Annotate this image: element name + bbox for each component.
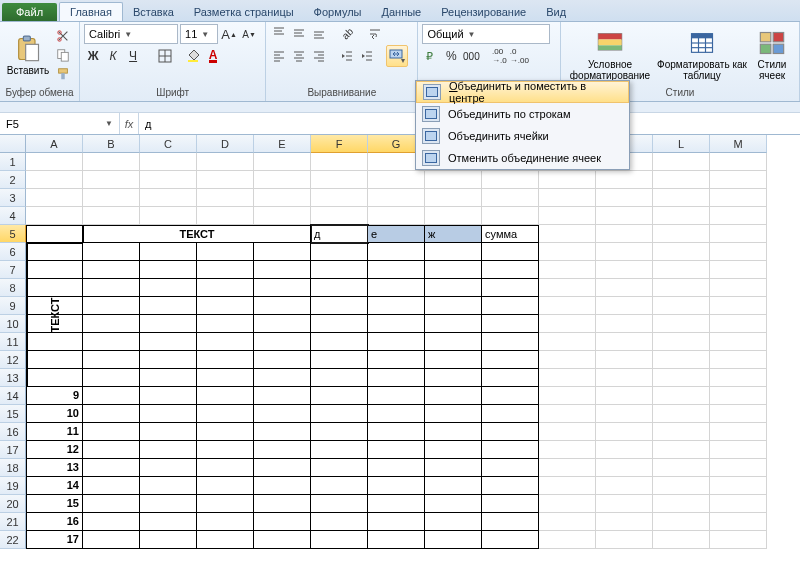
cell[interactable] <box>425 279 482 297</box>
cell[interactable] <box>311 369 368 387</box>
cell[interactable] <box>197 279 254 297</box>
cell[interactable] <box>254 153 311 171</box>
cell[interactable] <box>368 189 425 207</box>
cell[interactable] <box>140 297 197 315</box>
cell[interactable] <box>425 315 482 333</box>
cell[interactable] <box>83 387 140 405</box>
row-header[interactable]: 2 <box>0 171 26 189</box>
cell[interactable] <box>311 333 368 351</box>
cell[interactable] <box>197 153 254 171</box>
row-header[interactable]: 6 <box>0 243 26 261</box>
currency-button[interactable]: ₽ <box>422 47 440 65</box>
row-header[interactable]: 4 <box>0 207 26 225</box>
cell-styles-button[interactable]: Стили ячеек <box>749 25 795 85</box>
cell[interactable] <box>482 423 539 441</box>
cell[interactable] <box>311 243 368 261</box>
underline-button[interactable]: Ч <box>124 47 142 65</box>
cell[interactable] <box>482 459 539 477</box>
merge-across-item[interactable]: Объединить по строкам <box>416 103 629 125</box>
cell[interactable] <box>140 369 197 387</box>
cell[interactable] <box>539 477 596 495</box>
cell[interactable] <box>653 531 710 549</box>
cell[interactable] <box>197 441 254 459</box>
cell[interactable] <box>368 477 425 495</box>
cell[interactable] <box>140 513 197 531</box>
cell[interactable] <box>596 297 653 315</box>
cell[interactable] <box>482 441 539 459</box>
cell[interactable] <box>425 297 482 315</box>
cell[interactable] <box>425 477 482 495</box>
row-header[interactable]: 3 <box>0 189 26 207</box>
cell[interactable] <box>311 387 368 405</box>
cell[interactable] <box>311 297 368 315</box>
cell[interactable] <box>368 333 425 351</box>
cell[interactable] <box>140 477 197 495</box>
cell[interactable] <box>140 405 197 423</box>
cell[interactable]: 15 <box>26 495 83 513</box>
cell[interactable] <box>140 243 197 261</box>
cell[interactable] <box>710 207 767 225</box>
cell[interactable] <box>710 315 767 333</box>
merged-cell-text-horizontal[interactable]: ТЕКСТ <box>83 225 311 243</box>
borders-button[interactable] <box>156 47 174 65</box>
cell[interactable] <box>596 207 653 225</box>
cell[interactable] <box>425 189 482 207</box>
col-header[interactable]: B <box>83 135 140 153</box>
cell[interactable] <box>539 279 596 297</box>
decrease-decimal-button[interactable]: .0→.00 <box>510 47 528 65</box>
cell[interactable] <box>653 297 710 315</box>
cell[interactable] <box>539 189 596 207</box>
cell[interactable] <box>425 423 482 441</box>
cell[interactable] <box>197 387 254 405</box>
cell[interactable] <box>425 405 482 423</box>
cell[interactable] <box>596 513 653 531</box>
paste-button[interactable]: Вставить <box>4 25 52 85</box>
cell[interactable] <box>596 441 653 459</box>
cell[interactable] <box>368 441 425 459</box>
cell[interactable] <box>482 261 539 279</box>
cell[interactable] <box>311 459 368 477</box>
cell[interactable] <box>596 189 653 207</box>
cell[interactable] <box>653 207 710 225</box>
cell[interactable] <box>653 171 710 189</box>
cell[interactable] <box>596 423 653 441</box>
row-header[interactable]: 20 <box>0 495 26 513</box>
cell[interactable] <box>140 387 197 405</box>
cell[interactable]: 12 <box>26 441 83 459</box>
cell[interactable] <box>197 513 254 531</box>
cell[interactable] <box>539 513 596 531</box>
cell[interactable] <box>710 369 767 387</box>
cell[interactable] <box>254 297 311 315</box>
cell[interactable] <box>197 189 254 207</box>
cell[interactable] <box>254 477 311 495</box>
cell[interactable] <box>653 153 710 171</box>
cell[interactable] <box>140 333 197 351</box>
cell[interactable] <box>197 531 254 549</box>
cell[interactable] <box>197 477 254 495</box>
cell[interactable] <box>596 405 653 423</box>
cell[interactable] <box>482 333 539 351</box>
cell[interactable] <box>368 279 425 297</box>
tab-data[interactable]: Данные <box>371 3 431 21</box>
cell[interactable] <box>311 279 368 297</box>
cell[interactable] <box>710 189 767 207</box>
tab-insert[interactable]: Вставка <box>123 3 184 21</box>
cell[interactable]: 10 <box>26 405 83 423</box>
cell[interactable] <box>83 207 140 225</box>
cell[interactable] <box>254 459 311 477</box>
cell[interactable] <box>425 351 482 369</box>
align-top-button[interactable] <box>270 24 288 42</box>
cell[interactable] <box>311 495 368 513</box>
col-header[interactable]: D <box>197 135 254 153</box>
cell[interactable] <box>254 243 311 261</box>
col-header[interactable]: A <box>26 135 83 153</box>
cell[interactable] <box>653 477 710 495</box>
cell[interactable] <box>653 441 710 459</box>
percent-button[interactable]: % <box>442 47 460 65</box>
cell[interactable] <box>140 423 197 441</box>
cell[interactable] <box>254 531 311 549</box>
merged-cell-text-vertical[interactable]: ТЕКСТ <box>27 243 83 387</box>
row-header[interactable]: 16 <box>0 423 26 441</box>
cell[interactable] <box>425 261 482 279</box>
cell[interactable] <box>653 243 710 261</box>
